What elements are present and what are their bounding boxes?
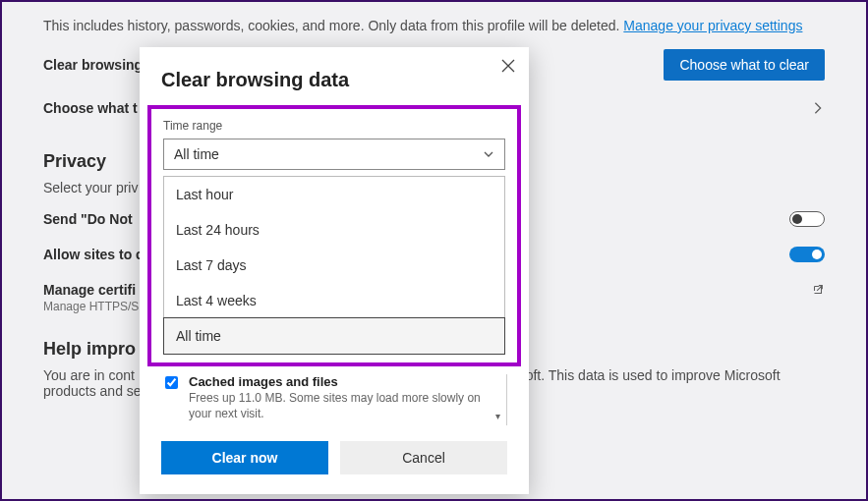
scroll-down-arrow-icon[interactable]: ▾ xyxy=(495,411,500,421)
time-range-option-selected[interactable]: All time xyxy=(163,317,505,355)
time-range-option[interactable]: Last 7 days xyxy=(164,248,504,283)
cached-images-checkbox-row: Cached images and files Frees up 11.0 MB… xyxy=(161,374,507,425)
close-icon xyxy=(501,59,515,73)
time-range-option[interactable]: Last hour xyxy=(164,177,504,212)
clear-browsing-data-dialog: Clear browsing data Time range All time … xyxy=(140,47,529,494)
cached-images-checkbox[interactable] xyxy=(165,376,178,389)
time-range-select[interactable]: All time xyxy=(163,139,505,170)
cancel-button[interactable]: Cancel xyxy=(340,441,507,474)
time-range-label: Time range xyxy=(163,119,505,133)
cached-images-sub: Frees up 11.0 MB. Some sites may load mo… xyxy=(189,391,488,421)
time-range-highlight: Time range All time Last hour Last 24 ho… xyxy=(147,105,521,366)
dialog-title: Clear browsing data xyxy=(161,69,507,91)
clear-now-button[interactable]: Clear now xyxy=(161,441,328,474)
time-range-selected-value: All time xyxy=(174,146,219,162)
chevron-down-icon xyxy=(483,148,494,160)
cached-images-title: Cached images and files xyxy=(189,374,488,389)
close-button[interactable] xyxy=(501,59,515,77)
time-range-dropdown: Last hour Last 24 hours Last 7 days Last… xyxy=(163,176,505,355)
time-range-option[interactable]: Last 24 hours xyxy=(164,212,504,248)
dialog-button-row: Clear now Cancel xyxy=(161,441,507,474)
time-range-option[interactable]: Last 4 weeks xyxy=(164,283,504,318)
